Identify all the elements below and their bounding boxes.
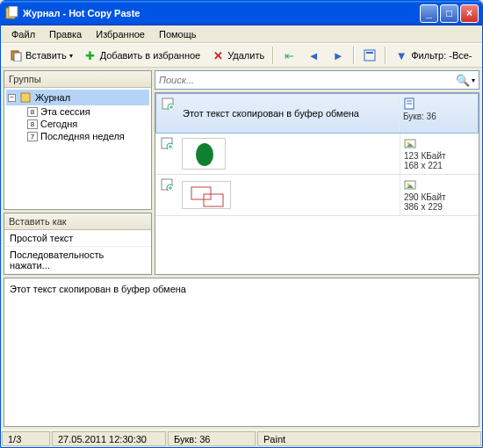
- toolbar: Вставить ▾ ✚ Добавить в избранное ✕ Удал…: [1, 43, 482, 68]
- status-chars: Букв: 36: [168, 431, 256, 446]
- menu-file[interactable]: Файл: [4, 27, 42, 41]
- window-buttons: _ □ ×: [420, 4, 479, 23]
- meta-icon: [403, 98, 474, 110]
- nav-next-button[interactable]: ►: [327, 46, 350, 65]
- clip-content: Этот текст скопирован в буфер обмена: [179, 94, 399, 133]
- svg-point-14: [196, 143, 213, 166]
- paste-button[interactable]: Вставить ▾: [4, 46, 77, 65]
- clip-list: Этот текст скопирован в буфер обменаБукв…: [155, 92, 479, 275]
- list-item[interactable]: Последовательность нажати...: [4, 247, 151, 274]
- groups-panel: Группы − Журнал 8Эта сессия8Сегодня7Посл…: [4, 70, 152, 210]
- status-app: Paint: [257, 431, 481, 446]
- collapse-icon[interactable]: −: [8, 94, 16, 102]
- toolbar-divider: [272, 47, 274, 64]
- groups-header: Группы: [4, 71, 151, 88]
- maximize-button[interactable]: □: [440, 4, 458, 23]
- menu-favorites[interactable]: Избранное: [89, 27, 152, 41]
- meta-icon: [404, 137, 475, 149]
- preview-text: Этот текст скопирован в буфер обмена: [10, 284, 186, 294]
- title-bar[interactable]: Журнал - Hot Copy Paste _ □ ×: [1, 1, 482, 25]
- svg-rect-1: [9, 6, 18, 17]
- status-position: 1/3: [2, 431, 50, 446]
- svg-rect-4: [364, 50, 375, 61]
- close-button[interactable]: ×: [460, 4, 479, 23]
- clip-type-icon: [161, 137, 173, 149]
- clip-meta: 123 КБайт168 x 221: [400, 134, 479, 174]
- menu-bar: Файл Правка Избранное Помощь: [1, 25, 482, 43]
- svg-rect-3: [14, 53, 21, 61]
- paste-as-panel: Вставить как Простой текстПоследовательн…: [4, 213, 152, 275]
- groups-tree: − Журнал 8Эта сессия8Сегодня7Последняя н…: [4, 88, 151, 209]
- chevron-down-icon[interactable]: ▾: [472, 76, 475, 84]
- minimize-button[interactable]: _: [420, 4, 438, 23]
- svg-rect-6: [21, 93, 30, 102]
- svg-rect-20: [204, 194, 223, 206]
- menu-edit[interactable]: Правка: [42, 27, 89, 41]
- status-bar: 1/3 27.05.2011 12:30:30 Букв: 36 Paint: [1, 430, 482, 447]
- paste-as-list: Простой текстПоследовательность нажати..…: [4, 230, 151, 274]
- clip-content: [178, 134, 400, 174]
- funnel-icon: ▼: [394, 48, 408, 62]
- paste-icon: [9, 48, 23, 62]
- star-plus-icon: ✚: [83, 48, 97, 62]
- search-icon[interactable]: 🔍: [456, 73, 470, 87]
- prev-icon: ◄: [306, 48, 321, 62]
- view-icon: [363, 48, 377, 62]
- toolbar-divider: [385, 47, 386, 64]
- table-row[interactable]: 123 КБайт168 x 221: [155, 134, 479, 175]
- view-button[interactable]: [358, 46, 381, 65]
- preview-pane: Этот текст скопирован в буфер обмена: [4, 278, 479, 427]
- table-row[interactable]: 290 КБайт386 x 229: [155, 175, 479, 216]
- tree-item[interactable]: 8Сегодня: [6, 118, 149, 130]
- tree-root[interactable]: − Журнал: [6, 90, 149, 105]
- badge-icon: 8: [27, 107, 38, 117]
- nav-first-button[interactable]: ⇤: [278, 46, 300, 65]
- badge-icon: 7: [27, 132, 38, 141]
- paste-as-header: Вставить как: [4, 213, 151, 230]
- clip-meta: Букв: 36: [399, 94, 478, 133]
- nav-prev-button[interactable]: ◄: [302, 46, 325, 65]
- search-box[interactable]: 🔍 ▾: [155, 70, 479, 90]
- toolbar-divider: [353, 47, 355, 64]
- right-column: 🔍 ▾ Этот текст скопирован в буфер обмена…: [155, 68, 482, 278]
- chevron-down-icon: ▾: [69, 52, 73, 60]
- clip-type-icon: [162, 98, 174, 110]
- left-column: Группы − Журнал 8Эта сессия8Сегодня7Посл…: [1, 68, 155, 278]
- tree-item[interactable]: 8Эта сессия: [6, 105, 149, 118]
- menu-help[interactable]: Помощь: [152, 27, 204, 41]
- window-title: Журнал - Hot Copy Paste: [23, 8, 420, 18]
- app-window: Журнал - Hot Copy Paste _ □ × Файл Правк…: [0, 0, 483, 448]
- add-favorite-button[interactable]: ✚ Добавить в избранное: [79, 46, 205, 65]
- clip-content: [178, 175, 400, 215]
- meta-icon: [404, 178, 475, 191]
- next-icon: ►: [331, 48, 345, 62]
- app-icon: [4, 6, 18, 20]
- svg-rect-5: [366, 52, 373, 54]
- search-input[interactable]: [159, 75, 456, 85]
- first-icon: ⇤: [282, 48, 296, 62]
- delete-button[interactable]: ✕ Удалить: [206, 46, 269, 65]
- status-date: 27.05.2011 12:30:30: [52, 431, 166, 446]
- clip-meta: 290 КБайт386 x 229: [400, 175, 479, 215]
- list-item[interactable]: Простой текст: [4, 230, 151, 247]
- svg-rect-19: [191, 187, 211, 199]
- filter-button[interactable]: ▼ Фильтр: -Все-: [390, 46, 476, 65]
- delete-icon: ✕: [211, 48, 225, 62]
- content-area: Группы − Журнал 8Эта сессия8Сегодня7Посл…: [1, 68, 482, 278]
- badge-icon: 8: [27, 119, 38, 129]
- table-row[interactable]: Этот текст скопирован в буфер обменаБукв…: [155, 93, 479, 134]
- journal-icon: [18, 90, 32, 105]
- clip-type-icon: [161, 178, 173, 191]
- tree-item[interactable]: 7Последняя неделя: [6, 130, 149, 142]
